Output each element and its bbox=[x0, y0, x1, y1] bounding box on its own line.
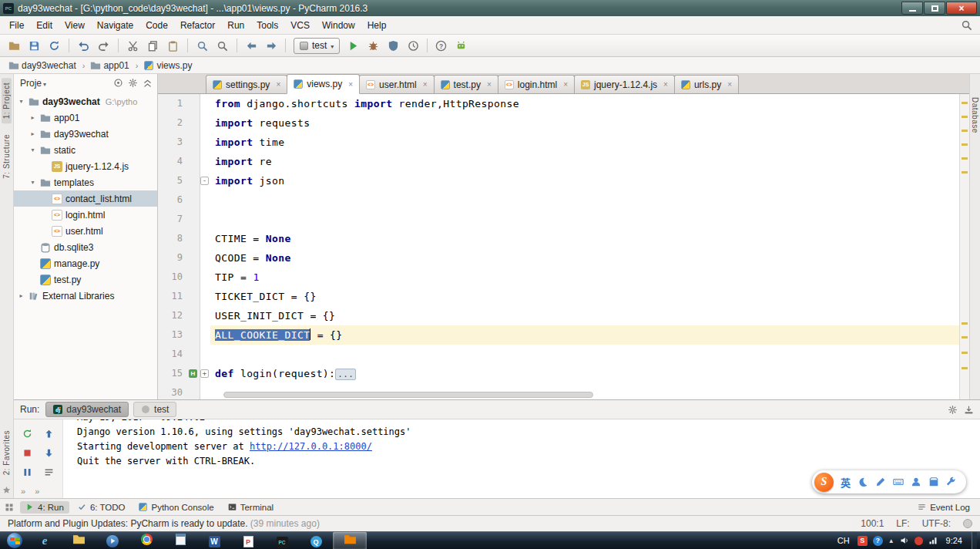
menu-code[interactable]: Code bbox=[139, 17, 174, 34]
minimize-button[interactable] bbox=[901, 2, 923, 15]
toolbar-debug-button[interactable] bbox=[364, 37, 383, 54]
tree-item-static[interactable]: ▾static bbox=[14, 142, 157, 158]
collapsed-arrow-icon[interactable]: ▸ bbox=[17, 292, 25, 299]
maximize-button[interactable] bbox=[924, 2, 945, 15]
overflow-chevron[interactable]: » bbox=[21, 487, 25, 496]
tab-test-py[interactable]: test.py× bbox=[434, 75, 498, 93]
stripe-tab-1-project[interactable]: 1: Project bbox=[2, 78, 12, 123]
stripe-tab-database[interactable]: Database bbox=[970, 93, 980, 138]
expanded-arrow-icon[interactable]: ▾ bbox=[17, 98, 25, 105]
search-everywhere-icon[interactable] bbox=[961, 19, 977, 31]
code-line-10[interactable]: 10TIP = 1 bbox=[158, 268, 969, 287]
toolbar-android-plugin-button[interactable] bbox=[451, 37, 471, 54]
fold-closed-icon[interactable]: + bbox=[200, 369, 209, 378]
toolbar-synchronize-button[interactable] bbox=[45, 37, 64, 54]
taskbar-notepad[interactable] bbox=[163, 532, 197, 549]
code-line-4[interactable]: 4import re bbox=[158, 152, 969, 171]
project-settings-button[interactable] bbox=[128, 78, 138, 88]
code-line-9[interactable]: 9QCODE = None bbox=[158, 248, 969, 268]
run-stop-button[interactable] bbox=[18, 445, 35, 462]
taskbar-chrome[interactable] bbox=[129, 532, 163, 549]
ime-moon-button[interactable] bbox=[858, 477, 868, 487]
toolbar-profiler-button[interactable] bbox=[404, 37, 423, 54]
tab-urls-py[interactable]: urls.py× bbox=[674, 75, 739, 93]
toolbar-navigate-forward-button[interactable] bbox=[262, 37, 281, 54]
run-tab-test[interactable]: test bbox=[133, 402, 176, 417]
ime-language-mode[interactable]: 英 bbox=[841, 475, 851, 490]
tool-window-switcher-icon[interactable] bbox=[5, 503, 14, 512]
toolwindow-4-run[interactable]: 4: Run bbox=[20, 501, 69, 514]
tree-item-contact-list-html[interactable]: contact_list.html bbox=[14, 190, 157, 207]
menu-file[interactable]: File bbox=[3, 17, 30, 34]
toolbar-undo-button[interactable] bbox=[74, 37, 93, 54]
code-line-2[interactable]: 2import requests bbox=[158, 113, 969, 133]
tree-item-jquery-1-12-4-js[interactable]: jquery-1.12.4.js bbox=[14, 158, 157, 174]
tab-login-html[interactable]: login.html× bbox=[498, 75, 575, 93]
toolbar-save-all-button[interactable] bbox=[25, 37, 44, 54]
menu-tools[interactable]: Tools bbox=[250, 17, 284, 34]
toolbar-coverage-button[interactable] bbox=[384, 37, 403, 54]
tree-item-db-sqlite3[interactable]: db.sqlite3 bbox=[14, 239, 157, 255]
project-collapse-button[interactable] bbox=[143, 78, 153, 88]
code-line-5[interactable]: 5-import json bbox=[158, 171, 969, 190]
toolbar-replace-button[interactable] bbox=[213, 37, 232, 54]
tab-settings-py[interactable]: settings.py× bbox=[206, 75, 287, 93]
run-header-hide-button[interactable] bbox=[964, 405, 974, 415]
console-link[interactable]: http://127.0.0.1:8000/ bbox=[250, 441, 372, 452]
toolbar-copy-button[interactable] bbox=[143, 37, 163, 54]
toolbar-redo-button[interactable] bbox=[94, 37, 113, 54]
ime-toolbox-button[interactable] bbox=[928, 477, 939, 487]
menu-edit[interactable]: Edit bbox=[30, 17, 59, 34]
breadcrumb-day93wechat[interactable]: day93wechat bbox=[6, 59, 79, 72]
close-tab-icon[interactable]: × bbox=[423, 80, 428, 89]
menu-navigate[interactable]: Navigate bbox=[91, 17, 139, 34]
taskbar-media-player[interactable] bbox=[96, 532, 129, 549]
code-line-13[interactable]: 13ALL_COOKIE_DICT = {} bbox=[158, 325, 969, 345]
run-console-settings-button[interactable] bbox=[40, 464, 57, 481]
close-tab-icon[interactable]: × bbox=[487, 80, 492, 89]
taskbar-messenger[interactable]: Q bbox=[299, 532, 333, 549]
close-tab-icon[interactable]: × bbox=[727, 80, 732, 89]
ime-pen-button[interactable] bbox=[875, 477, 886, 487]
tray-sogou-input[interactable]: S bbox=[858, 536, 868, 546]
tree-item-day93wechat[interactable]: ▾day93wechat G:\pytho bbox=[14, 93, 157, 109]
breadcrumb-app01[interactable]: app01 bbox=[88, 59, 132, 72]
project-locate-button[interactable] bbox=[113, 78, 123, 88]
code-line-11[interactable]: 11TICKET_DICT = {} bbox=[158, 287, 969, 306]
tab-views-py[interactable]: views.py× bbox=[287, 74, 360, 94]
expanded-arrow-icon[interactable]: ▾ bbox=[29, 147, 37, 153]
sogou-logo-icon[interactable]: S bbox=[814, 473, 834, 492]
caret-position[interactable]: 100:1 bbox=[861, 518, 884, 529]
code-line-3[interactable]: 3import time bbox=[158, 133, 969, 152]
toolbar-cut-button[interactable] bbox=[123, 37, 143, 54]
toolwindow-event-log[interactable]: Event Log bbox=[912, 501, 975, 514]
ime-user-button[interactable] bbox=[911, 477, 921, 487]
run-tab-day93wechat[interactable]: day93wechat bbox=[45, 402, 129, 417]
toolbar-help-button[interactable] bbox=[431, 37, 451, 54]
show-desktop-button[interactable] bbox=[972, 532, 977, 549]
tree-item-app01[interactable]: ▸app01 bbox=[14, 109, 157, 126]
breadcrumb-views-py[interactable]: views.py bbox=[141, 59, 195, 72]
tree-item-external-libraries[interactable]: ▸External Libraries bbox=[14, 288, 157, 304]
error-stripe[interactable] bbox=[959, 94, 969, 399]
start-button[interactable] bbox=[2, 532, 28, 549]
tab-user-html[interactable]: user.html× bbox=[359, 75, 435, 93]
toolbar-run-button[interactable] bbox=[344, 37, 363, 54]
run-step-up-button[interactable] bbox=[40, 426, 57, 443]
toolbar-paste-button[interactable] bbox=[163, 37, 183, 54]
menu-view[interactable]: View bbox=[59, 17, 91, 34]
code-line-12[interactable]: 12USER_INIT_DICT = {} bbox=[158, 306, 969, 325]
tree-item-user-html[interactable]: user.html bbox=[14, 223, 157, 239]
collapsed-arrow-icon[interactable]: ▸ bbox=[29, 130, 37, 137]
tree-item-manage-py[interactable]: manage.py bbox=[14, 255, 157, 271]
toolbar-open-button[interactable] bbox=[5, 37, 24, 54]
menu-help[interactable]: Help bbox=[361, 17, 393, 34]
stripe-tab-7-structure[interactable]: 7: Structure bbox=[2, 130, 12, 184]
taskbar-pycharm[interactable]: PC bbox=[265, 532, 299, 549]
code-line-14[interactable]: 14 bbox=[158, 345, 969, 364]
horizontal-scrollbar[interactable] bbox=[223, 392, 593, 398]
close-tab-icon[interactable]: × bbox=[276, 80, 280, 89]
menu-vcs[interactable]: VCS bbox=[284, 17, 316, 34]
close-tab-icon[interactable]: × bbox=[563, 80, 568, 89]
toolbar-navigate-back-button[interactable] bbox=[242, 37, 261, 54]
